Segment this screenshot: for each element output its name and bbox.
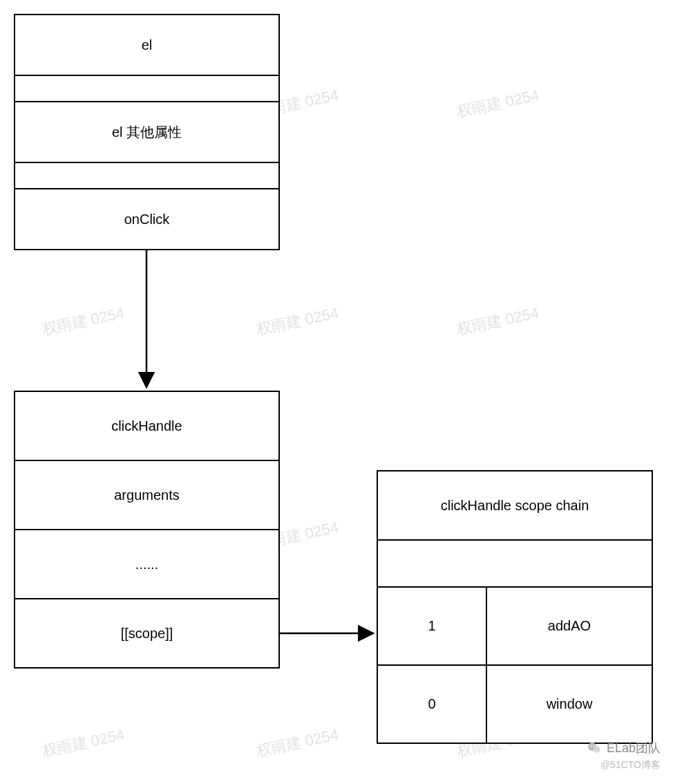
footer-sub: @51CTO博客 xyxy=(600,759,661,772)
scopechain-title: clickHandle scope chain xyxy=(377,470,653,541)
scopechain-row0-value: addAO xyxy=(486,586,653,666)
footer-brand: ELab团队 xyxy=(586,740,661,756)
svg-point-7 xyxy=(598,748,598,749)
scopechain-row0-index: 1 xyxy=(377,586,487,666)
wechat-icon xyxy=(586,740,603,756)
footer-brand-text: ELab团队 xyxy=(607,740,661,756)
diagram-layer: el el 其他属性 onClick clickHandle arguments… xyxy=(0,0,673,784)
scopechain-row1-value: window xyxy=(486,664,653,744)
svg-point-3 xyxy=(594,746,600,753)
svg-point-4 xyxy=(590,745,591,747)
svg-point-5 xyxy=(593,745,594,747)
svg-point-6 xyxy=(596,748,596,749)
scopechain-spacer xyxy=(377,539,653,588)
scopechain-row1-index: 0 xyxy=(377,664,487,744)
